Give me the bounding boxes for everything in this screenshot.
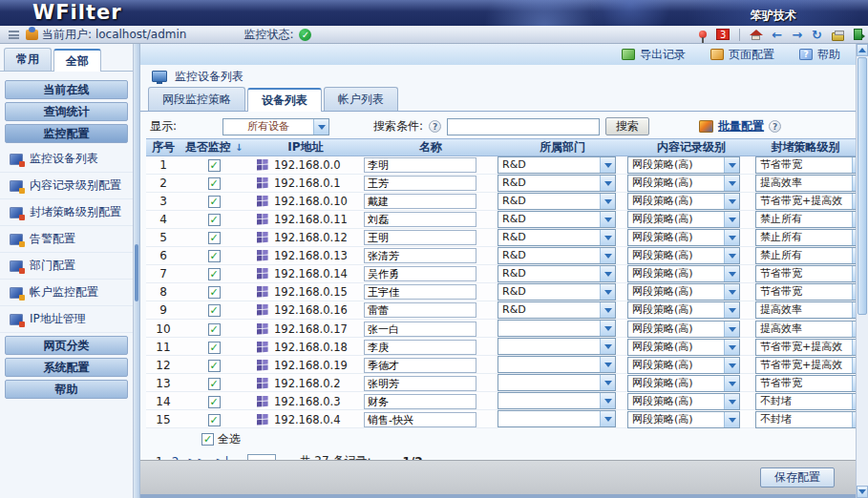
chevron-down-icon[interactable]	[600, 284, 615, 300]
block-level-dropdown[interactable]: 禁止所有	[755, 229, 868, 246]
alert-count-badge[interactable]: 3	[716, 29, 730, 40]
chevron-down-icon[interactable]	[600, 302, 615, 318]
department-dropdown[interactable]: R&D	[498, 283, 616, 301]
content-level-dropdown[interactable]: 网段策略(高)	[627, 175, 740, 192]
sidebar-entry[interactable]: 监控设备列表	[0, 146, 133, 173]
device-name-input[interactable]	[364, 212, 476, 227]
device-name-input[interactable]	[364, 230, 476, 245]
device-name-input[interactable]	[364, 157, 476, 173]
monitor-checkbox[interactable]: ✓	[208, 378, 221, 390]
chevron-down-icon[interactable]	[600, 357, 615, 372]
content-level-dropdown[interactable]: 网段策略(高)	[627, 357, 740, 374]
block-level-dropdown[interactable]: 禁止所有	[755, 247, 868, 264]
content-level-dropdown[interactable]: 网段策略(高)	[627, 265, 740, 282]
splitter-grip[interactable]	[135, 244, 138, 301]
chevron-down-icon[interactable]	[600, 230, 615, 245]
monitor-checkbox[interactable]: ✓	[208, 396, 221, 408]
device-name-input[interactable]	[364, 394, 476, 409]
device-name-input[interactable]	[364, 194, 476, 209]
content-level-dropdown[interactable]: 网段策略(高)	[627, 301, 740, 319]
department-dropdown[interactable]: R&D	[498, 211, 616, 228]
device-name-input[interactable]	[364, 340, 476, 355]
chevron-down-icon[interactable]	[724, 212, 739, 227]
block-level-dropdown[interactable]: 节省带宽	[755, 283, 868, 301]
content-level-dropdown[interactable]: 网段策略(高)	[627, 411, 740, 428]
chevron-down-icon[interactable]	[724, 176, 739, 191]
department-dropdown[interactable]: R&D	[498, 301, 616, 319]
refresh-icon[interactable]: ↻	[812, 29, 822, 41]
chevron-down-icon[interactable]	[724, 322, 739, 337]
chevron-down-icon[interactable]	[600, 157, 615, 173]
content-level-dropdown[interactable]: 网段策略(高)	[627, 375, 740, 392]
block-level-dropdown[interactable]: 提高效率	[755, 321, 868, 338]
sidebar-entry[interactable]: 帐户监控配置	[0, 280, 133, 306]
home-icon[interactable]	[750, 30, 762, 40]
department-dropdown[interactable]	[498, 356, 616, 373]
monitor-checkbox[interactable]: ✓	[208, 196, 221, 208]
block-level-dropdown[interactable]: 节省带宽	[755, 375, 868, 392]
monitor-checkbox[interactable]: ✓	[208, 250, 221, 262]
department-dropdown[interactable]: R&D	[498, 175, 616, 192]
col-header-block-level[interactable]: 封堵策略级别	[755, 139, 856, 156]
chevron-down-icon[interactable]	[724, 248, 739, 263]
chevron-down-icon[interactable]	[600, 393, 615, 408]
col-header-content-level[interactable]: 内容记录级别	[627, 139, 755, 156]
monitor-checkbox[interactable]: ✓	[208, 286, 221, 299]
monitor-checkbox[interactable]: ✓	[208, 214, 221, 226]
department-dropdown[interactable]: R&D	[498, 193, 616, 210]
device-name-input[interactable]	[364, 376, 476, 391]
chevron-down-icon[interactable]	[600, 411, 615, 426]
department-dropdown[interactable]	[498, 392, 616, 409]
chevron-down-icon[interactable]	[724, 230, 739, 245]
search-help-icon[interactable]: ?	[429, 120, 441, 133]
department-dropdown[interactable]	[498, 338, 616, 355]
block-level-dropdown[interactable]: 不封堵	[755, 393, 868, 410]
sidebar-entry[interactable]: 内容记录级别配置	[0, 173, 133, 199]
sidebar-entry[interactable]: 部门配置	[0, 253, 133, 280]
content-level-dropdown[interactable]: 网段策略(高)	[627, 321, 740, 338]
chevron-down-icon[interactable]	[724, 394, 739, 409]
device-name-input[interactable]	[364, 358, 476, 373]
col-header-no[interactable]: 序号	[146, 139, 180, 156]
block-level-dropdown[interactable]: 节省带宽	[755, 156, 868, 174]
batch-config-link[interactable]: 批量配置	[718, 118, 764, 135]
content-level-dropdown[interactable]: 网段策略(高)	[627, 393, 740, 410]
chevron-down-icon[interactable]	[724, 157, 739, 173]
block-level-dropdown[interactable]: 节省带宽+提高效	[755, 339, 868, 356]
department-dropdown[interactable]	[498, 374, 616, 391]
search-button[interactable]: 搜索	[605, 117, 649, 135]
col-header-monitored[interactable]: 是否监控 ↓	[180, 139, 247, 156]
device-name-input[interactable]	[364, 412, 476, 427]
alert-pin-icon[interactable]	[699, 31, 707, 38]
search-input[interactable]	[447, 118, 600, 135]
content-level-dropdown[interactable]: 网段策略(高)	[627, 247, 740, 264]
col-header-dept[interactable]: 所属部门	[498, 139, 627, 156]
select-all-checkbox[interactable]: ✓	[201, 433, 214, 446]
monitor-checkbox[interactable]: ✓	[208, 360, 221, 372]
content-tab[interactable]: 网段监控策略	[148, 87, 245, 111]
department-dropdown[interactable]	[498, 320, 616, 337]
monitor-checkbox[interactable]: ✓	[208, 342, 221, 354]
content-level-dropdown[interactable]: 网段策略(高)	[627, 211, 740, 228]
scroll-up-button[interactable]	[857, 44, 868, 56]
chevron-down-icon[interactable]	[724, 340, 739, 355]
chevron-down-icon[interactable]	[600, 375, 615, 390]
device-name-input[interactable]	[364, 266, 476, 281]
sidebar-entry[interactable]: 网页分类	[5, 336, 128, 355]
block-level-dropdown[interactable]: 禁止所有	[755, 211, 868, 228]
sidebar-entry[interactable]: 帮助	[5, 380, 128, 399]
monitor-checkbox[interactable]: ✓	[208, 177, 221, 190]
monitor-checkbox[interactable]: ✓	[208, 232, 221, 244]
content-level-dropdown[interactable]: 网段策略(高)	[627, 193, 740, 210]
content-tab[interactable]: 帐户列表	[324, 87, 398, 111]
chevron-down-icon[interactable]	[600, 339, 615, 354]
sidebar-entry[interactable]: 告警配置	[0, 226, 133, 253]
page-config-button[interactable]: 页面配置	[710, 47, 774, 63]
content-level-dropdown[interactable]: 网段策略(高)	[627, 156, 740, 174]
chevron-down-icon[interactable]	[600, 212, 615, 227]
department-dropdown[interactable]: R&D	[498, 247, 616, 264]
chevron-down-icon[interactable]	[724, 412, 739, 427]
block-level-dropdown[interactable]: 节省带宽+提高效	[755, 357, 868, 374]
block-level-dropdown[interactable]: 提高效率	[755, 175, 868, 192]
sidebar-tab[interactable]: 常用	[4, 48, 52, 71]
